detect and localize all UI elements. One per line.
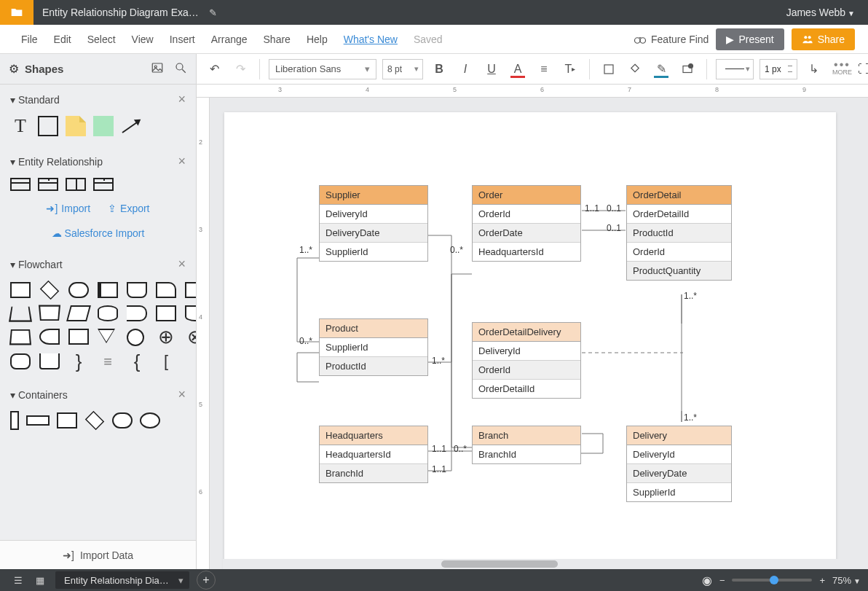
fill-color-button[interactable] xyxy=(625,59,645,79)
line-style-select[interactable] xyxy=(716,59,754,79)
page-tab[interactable]: Entity Relationship Dia… xyxy=(55,571,189,589)
shape-container-1[interactable] xyxy=(10,411,19,430)
salesforce-import-link[interactable]: ☁ Salesforce Import xyxy=(10,227,186,239)
shape-container-2[interactable] xyxy=(26,415,50,426)
shape-er-2[interactable] xyxy=(38,178,58,191)
outline-view-icon[interactable]: ☰ xyxy=(7,569,29,591)
shape-options-button[interactable] xyxy=(677,59,698,79)
grid-view-icon[interactable]: ▦ xyxy=(29,569,51,591)
search-icon[interactable] xyxy=(174,61,187,77)
menu-insert[interactable]: Insert xyxy=(162,34,203,45)
shape-note[interactable] xyxy=(66,116,86,136)
shape-card[interactable] xyxy=(156,282,176,298)
close-icon[interactable]: × xyxy=(178,387,186,402)
menu-help[interactable]: Help xyxy=(299,34,336,45)
shape-brace-right[interactable] xyxy=(68,353,89,369)
shape-trapezoid[interactable] xyxy=(39,305,60,321)
menu-share[interactable]: Share xyxy=(256,34,299,45)
panel-flowchart[interactable]: ▾ Flowchart× xyxy=(0,249,196,279)
menu-file[interactable]: File xyxy=(13,34,46,45)
shape-manual-input[interactable] xyxy=(9,329,31,345)
shape-connector[interactable] xyxy=(127,329,144,346)
close-icon[interactable]: × xyxy=(178,92,186,107)
menu-arrange[interactable]: Arrange xyxy=(203,34,256,45)
entity-order[interactable]: Order OrderId OrderDate HeadquartersId xyxy=(472,185,581,262)
panel-containers[interactable]: ▾ Containers× xyxy=(0,380,196,410)
close-icon[interactable]: × xyxy=(178,257,186,272)
zoom-in-button[interactable]: + xyxy=(819,575,825,586)
font-size-select[interactable]: 8 pt xyxy=(382,59,423,79)
zoom-slider[interactable] xyxy=(732,579,812,582)
shape-process[interactable] xyxy=(10,282,31,298)
shape-container-3[interactable] xyxy=(57,412,77,428)
shape-decision[interactable] xyxy=(40,281,60,300)
fullscreen-button[interactable]: ⛶ xyxy=(858,63,868,76)
import-link[interactable]: ➜] Import xyxy=(46,203,90,214)
shape-summing[interactable] xyxy=(156,329,176,345)
panel-standard[interactable]: ▾ Standard× xyxy=(0,85,196,114)
user-menu[interactable]: James Webb▼ xyxy=(773,7,868,18)
menu-edit[interactable]: Edit xyxy=(46,34,79,45)
font-select[interactable]: Liberation Sans xyxy=(269,59,376,79)
shape-document[interactable] xyxy=(185,305,196,321)
shape-block[interactable] xyxy=(93,116,114,136)
gear-icon[interactable]: ⚙ xyxy=(9,62,19,76)
image-icon[interactable] xyxy=(151,61,164,77)
shape-predefined[interactable] xyxy=(98,282,118,298)
entity-supplier[interactable]: Supplier DeliveryId DeliveryDate Supplie… xyxy=(319,185,428,262)
shape-er-1[interactable] xyxy=(10,178,31,191)
underline-button[interactable]: U xyxy=(481,59,502,79)
more-button[interactable]: •••MORE xyxy=(832,62,852,76)
close-icon[interactable]: × xyxy=(178,154,186,169)
menu-view[interactable]: View xyxy=(124,34,162,45)
line-arrow-button[interactable]: ↳ xyxy=(803,59,824,79)
shape-rect[interactable] xyxy=(185,282,196,298)
entity-order-detail[interactable]: OrderDetail OrderDetailId ProductId Orde… xyxy=(626,185,732,281)
present-button[interactable]: ▶ Present xyxy=(716,28,784,50)
shape-lines[interactable] xyxy=(98,353,118,369)
horizontal-scrollbar[interactable] xyxy=(223,559,868,569)
line-width-select[interactable]: 1 px xyxy=(760,59,797,79)
shape-display[interactable] xyxy=(127,282,147,298)
share-button[interactable]: Share xyxy=(792,28,855,50)
shape-rounded[interactable] xyxy=(10,353,31,369)
shape-delay[interactable] xyxy=(127,305,147,321)
page[interactable]: Supplier DeliveryId DeliveryDate Supplie… xyxy=(224,112,836,569)
shape-terminator[interactable] xyxy=(68,282,89,298)
align-button[interactable]: ≡ xyxy=(534,59,554,79)
shape-rect3[interactable] xyxy=(68,329,89,345)
zoom-level[interactable]: 75%▼ xyxy=(832,575,861,586)
border-color-button[interactable]: ✎ xyxy=(651,59,671,79)
bold-button[interactable]: B xyxy=(429,59,449,79)
shape-stored[interactable] xyxy=(39,329,60,345)
canvas[interactable]: Supplier DeliveryId DeliveryDate Supplie… xyxy=(210,98,868,569)
folder-icon[interactable] xyxy=(0,0,33,25)
text-options-button[interactable]: T▸ xyxy=(560,59,580,79)
shape-bracket[interactable] xyxy=(156,353,176,369)
shape-or[interactable] xyxy=(185,329,196,345)
shape-container-4[interactable] xyxy=(85,411,105,431)
autosync-icon[interactable]: ◉ xyxy=(702,574,712,587)
shape-fill-button[interactable] xyxy=(599,59,619,79)
menu-select[interactable]: Select xyxy=(79,34,124,45)
entity-delivery[interactable]: Delivery DeliveryId DeliveryDate Supplie… xyxy=(626,426,732,502)
shape-er-4[interactable] xyxy=(93,178,114,191)
menu-whats-new[interactable]: What's New xyxy=(336,34,406,45)
shape-database[interactable] xyxy=(98,305,118,321)
import-data-button[interactable]: ➜] Import Data xyxy=(0,540,196,569)
shape-container-5[interactable] xyxy=(112,412,133,428)
panel-entity-relationship[interactable]: ▾ Entity Relationship× xyxy=(0,146,196,176)
shape-manual[interactable] xyxy=(9,307,32,322)
zoom-out-button[interactable]: − xyxy=(719,575,725,586)
shape-offpage[interactable] xyxy=(39,353,60,369)
redo-button[interactable]: ↷ xyxy=(230,59,250,79)
edit-title-icon[interactable]: ✎ xyxy=(209,7,217,18)
shape-container-6[interactable] xyxy=(140,412,160,428)
export-link[interactable]: ⇪ Export xyxy=(108,203,149,214)
add-page-button[interactable]: + xyxy=(197,571,216,590)
undo-button[interactable]: ↶ xyxy=(204,59,224,79)
shape-text[interactable]: T xyxy=(10,116,31,136)
entity-headquarters[interactable]: Headquarters HeadquartersId BranchId xyxy=(319,426,428,483)
shape-er-3[interactable] xyxy=(66,178,86,191)
shape-brace-left[interactable] xyxy=(127,353,147,369)
